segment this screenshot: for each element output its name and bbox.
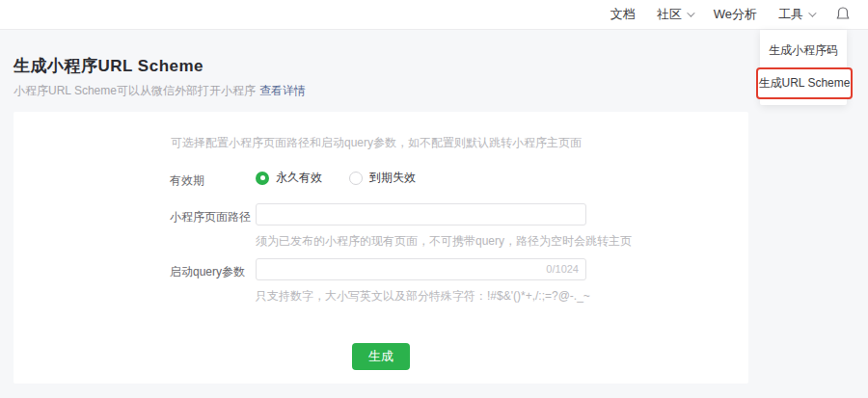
menu-item-generate-url-scheme[interactable]: 生成URL Scheme xyxy=(756,67,853,99)
tools-dropdown-menu: 生成小程序码 生成URL Scheme xyxy=(760,30,847,105)
page-path-helper: 须为已发布的小程序的现有页面，不可携带query，路径为空时会跳转主页 xyxy=(256,233,632,250)
nav-item-tools[interactable]: 工具 xyxy=(778,6,814,23)
page-path-label: 小程序页面路径 xyxy=(170,209,251,226)
validity-radio-group: 永久有效 到期失效 xyxy=(256,170,416,186)
nav-item-docs[interactable]: 文档 xyxy=(610,6,636,23)
view-details-link[interactable]: 查看详情 xyxy=(259,84,306,97)
query-param-input[interactable] xyxy=(256,258,586,280)
nav-item-label: 工具 xyxy=(778,6,803,23)
query-param-label: 启动query参数 xyxy=(170,264,245,280)
radio-label: 到期失效 xyxy=(369,170,416,186)
form-intro-text: 可选择配置小程序页面路径和启动query参数，如不配置则默认跳转小程序主页面 xyxy=(171,135,582,151)
query-param-helper: 只支持数字，大小写英文以及部分特殊字符：!#$&'()*+,/:;=?@-._~ xyxy=(256,288,590,305)
radio-expiring[interactable]: 到期失效 xyxy=(349,170,416,186)
top-navbar: 文档 社区 We分析 工具 xyxy=(0,0,868,30)
bell-icon[interactable] xyxy=(835,6,851,23)
nav-item-label: We分析 xyxy=(714,6,757,23)
generate-button[interactable]: 生成 xyxy=(352,343,410,370)
chevron-down-icon xyxy=(808,9,816,16)
page-subtitle: 小程序URL Scheme可以从微信外部打开小程序查看详情 xyxy=(14,83,306,99)
page-path-input-wrap xyxy=(256,203,586,226)
radio-unselected-icon[interactable] xyxy=(349,172,363,185)
subtitle-text: 小程序URL Scheme可以从微信外部打开小程序 xyxy=(14,84,256,97)
radio-permanent[interactable]: 永久有效 xyxy=(256,170,322,186)
nav-item-label: 社区 xyxy=(657,6,682,23)
validity-label: 有效期 xyxy=(170,172,204,189)
page-path-input[interactable] xyxy=(256,203,586,226)
nav-item-community[interactable]: 社区 xyxy=(657,6,692,23)
nav-item-we-analytics[interactable]: We分析 xyxy=(714,6,757,23)
page-title: 生成小程序URL Scheme xyxy=(14,55,203,77)
radio-label: 永久有效 xyxy=(276,170,322,186)
query-param-input-wrap: 0/1024 xyxy=(256,258,586,280)
nav-item-label: 文档 xyxy=(610,6,636,23)
url-scheme-form-card: 可选择配置小程序页面路径和启动query参数，如不配置则默认跳转小程序主页面 有… xyxy=(14,112,748,384)
radio-selected-icon[interactable] xyxy=(256,172,269,185)
menu-item-generate-minicode[interactable]: 生成小程序码 xyxy=(760,36,847,66)
chevron-down-icon xyxy=(687,9,694,16)
